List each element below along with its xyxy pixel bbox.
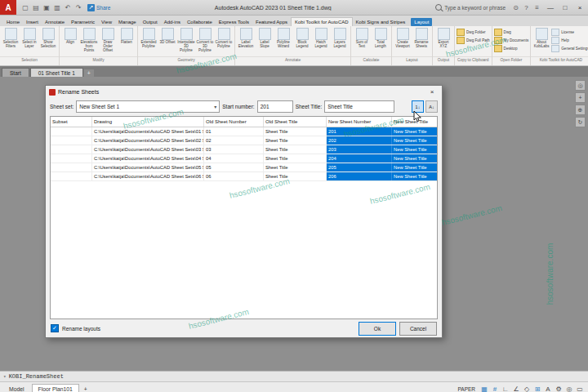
extended-polyline-button[interactable]: Extended Polyline — [140, 27, 158, 49]
cell-subset[interactable] — [51, 127, 92, 136]
select-in-layer-button[interactable]: Select in Layer — [20, 27, 38, 49]
maximize-button[interactable]: □ — [559, 2, 572, 14]
align-button[interactable]: Align — [61, 27, 79, 45]
elevations-from-points-button[interactable]: Elevations from Points — [80, 27, 98, 52]
paper-space-toggle[interactable]: PAPER — [457, 386, 475, 392]
table-row[interactable]: C:\Users\katja\Documents\AutoCAD Sheet S… — [51, 145, 437, 154]
table-row[interactable]: C:\Users\katja\Documents\AutoCAD Sheet S… — [51, 172, 437, 181]
minimize-button[interactable]: — — [544, 2, 557, 14]
convert-to-polyline-button[interactable]: Convert to Polyline — [215, 27, 233, 49]
column-header-old-sheet-number[interactable]: Old Sheet Number — [204, 117, 264, 127]
cell-subset[interactable] — [51, 163, 92, 172]
ribbon-tab-collaborate[interactable]: Collaborate — [184, 18, 216, 26]
cell-subset[interactable] — [51, 145, 92, 154]
account-icon[interactable]: ⊙ — [510, 2, 521, 13]
panel-label-output[interactable]: Output — [433, 56, 454, 65]
drawing-area[interactable]: ◎+⊕↻ Rename Sheets × Sheet set: New Shee… — [0, 77, 588, 371]
sum-of-text-button[interactable]: Sum of Text — [353, 27, 371, 49]
ribbon-tab-kobi-signs-and-stripes[interactable]: Kobi Signs and Stripes — [353, 18, 409, 26]
panel-label-open-folder[interactable]: Open Folder — [492, 56, 531, 65]
panel-label-modify[interactable]: Modify — [60, 56, 137, 65]
new-drawing-tab-button[interactable]: + — [84, 69, 94, 77]
add-layout-button[interactable]: + — [81, 385, 91, 392]
about-kobilabs-button[interactable]: About KobiLabs — [532, 27, 550, 49]
my-documents-button[interactable]: My Documents — [494, 37, 529, 44]
export-xyz-button[interactable]: Export XYZ — [434, 27, 452, 49]
grid-icon[interactable]: ▦ — [479, 385, 489, 392]
rename-sheets-button[interactable]: Rename Sheets — [412, 27, 430, 49]
table-row[interactable]: C:\Users\katja\Documents\AutoCAD Sheet S… — [51, 163, 437, 172]
column-header-drawing[interactable]: Drawing — [92, 117, 204, 127]
table-row[interactable]: C:\Users\katja\Documents\AutoCAD Sheet S… — [51, 154, 437, 163]
cell-old-title[interactable]: Sheet Title — [264, 172, 327, 180]
autocad-app-icon[interactable]: A — [0, 0, 16, 15]
panel-label-copy-to-clipboard[interactable]: Copy to Clipboard — [455, 56, 492, 65]
start-number-input[interactable]: 201 — [257, 100, 293, 113]
polyline-wizard-button[interactable]: Polyline Wizard — [274, 27, 292, 49]
cell-subset[interactable] — [51, 136, 92, 145]
cell-new-title[interactable]: New Sheet Title — [392, 154, 437, 163]
ribbon-tab-add-ins[interactable]: Add-ins — [161, 18, 184, 26]
column-header-old-sheet-title[interactable]: Old Sheet Title — [264, 117, 327, 127]
interpolate-3d-polyline-button[interactable]: Interpolate 3D Polyline — [177, 27, 195, 52]
panel-label-calculate[interactable]: Calculate — [351, 56, 391, 65]
cell-new-title[interactable]: New Sheet Title — [392, 145, 437, 154]
share-button[interactable]: ↗ Share — [87, 4, 110, 11]
dwg-folder-button[interactable]: Dwg Folder — [457, 29, 490, 36]
command-line-chevron-icon[interactable]: ▾ — [3, 373, 7, 380]
total-length-button[interactable]: Total Length — [372, 27, 390, 49]
panel-label-layout[interactable]: Layout — [392, 56, 432, 65]
hatch-legend-button[interactable]: Hatch Legend — [312, 27, 330, 49]
draw-order-offset-button[interactable]: Draw Order Offset — [99, 27, 117, 52]
cell-new-number[interactable]: 206 — [327, 172, 392, 180]
table-row[interactable]: C:\Users\katja\Documents\AutoCAD Sheet S… — [51, 127, 437, 136]
cell-drawing[interactable]: C:\Users\katja\Documents\AutoCAD Sheet S… — [92, 154, 204, 163]
ribbon-tab-layout[interactable]: Layout — [411, 18, 432, 26]
dwg-full-path-button[interactable]: Dwg Full Path — [457, 37, 490, 44]
ribbon-tab-view[interactable]: View — [98, 18, 115, 26]
ribbon-tab-express-tools[interactable]: Express Tools — [216, 18, 252, 26]
selection-filters-button[interactable]: Selection Filters — [2, 27, 20, 49]
help-icon[interactable]: ? — [521, 2, 532, 13]
zoom-extents-icon[interactable]: ⊕ — [575, 105, 586, 115]
cell-new-title[interactable]: New Sheet Title — [392, 136, 437, 145]
undo-icon[interactable]: ↶ — [63, 2, 73, 12]
cell-new-number[interactable]: 204 — [327, 154, 392, 163]
cell-subset[interactable] — [51, 154, 92, 163]
cell-old-number[interactable]: 03 — [204, 145, 264, 154]
convert-to-3d-polyline-button[interactable]: Convert to 3D Polyline — [196, 27, 214, 52]
cell-old-number[interactable]: 02 — [204, 136, 264, 145]
cell-old-number[interactable]: 05 — [204, 163, 264, 172]
cell-old-title[interactable]: Sheet Title — [264, 127, 327, 136]
save-icon[interactable]: ▣ — [42, 2, 51, 12]
label-elevation-button[interactable]: Label Elevation — [237, 27, 255, 49]
ortho-icon[interactable]: ∟ — [501, 385, 510, 392]
sheet-title-input[interactable]: Sheet Title — [324, 100, 394, 113]
ribbon-tab-manage[interactable]: Manage — [115, 18, 140, 26]
ribbon-tab-featured-apps[interactable]: Featured Apps — [252, 18, 291, 26]
block-legend-button[interactable]: Block Legend — [293, 27, 311, 49]
sheet-set-dropdown[interactable]: New Sheet Set 1 ▾ — [76, 100, 220, 113]
rename-layouts-checkbox[interactable]: ✓ — [51, 324, 59, 332]
cell-drawing[interactable]: C:\Users\katja\Documents\AutoCAD Sheet S… — [92, 127, 204, 136]
cell-new-title[interactable]: New Sheet Title — [392, 172, 437, 180]
cell-new-title[interactable]: New Sheet Title — [392, 127, 437, 136]
snap-icon[interactable]: # — [490, 385, 500, 392]
cell-drawing[interactable]: C:\Users\katja\Documents\AutoCAD Sheet S… — [92, 172, 204, 180]
pan-icon[interactable]: + — [575, 92, 586, 103]
open-file-icon[interactable]: ▤ — [31, 2, 41, 12]
flatten-button[interactable]: Flatten — [118, 27, 136, 45]
cell-old-title[interactable]: Sheet Title — [264, 145, 327, 154]
layout-tab-floor-plan[interactable]: Floor Plan101 — [32, 384, 79, 392]
layout-tab-model[interactable]: Model — [3, 385, 30, 392]
clean-screen-icon[interactable]: ▭ — [575, 385, 585, 392]
ribbon-tab-home[interactable]: Home — [3, 18, 23, 26]
cell-new-number[interactable]: 202 — [327, 136, 392, 145]
license-button[interactable]: License — [551, 29, 588, 36]
command-line[interactable]: ▾ KOBI_RenameSheet — [0, 371, 588, 381]
close-button[interactable]: × — [573, 2, 586, 14]
dialog-close-button[interactable]: × — [425, 87, 439, 97]
label-slope-button[interactable]: Label Slope — [256, 27, 274, 49]
isodraft-icon[interactable]: ◇ — [522, 385, 532, 392]
general-settings-button[interactable]: General Settings — [551, 45, 588, 52]
